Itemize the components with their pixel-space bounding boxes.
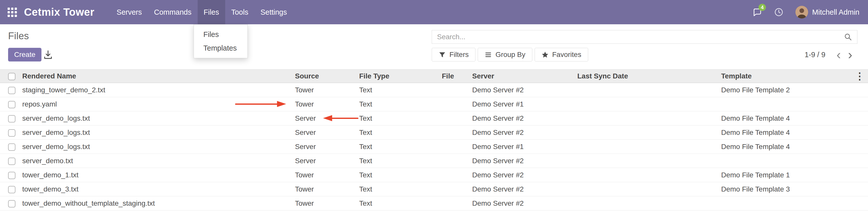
menu-servers[interactable]: Servers bbox=[111, 0, 148, 24]
table-row[interactable]: staging_tower_demo_2.txt Tower Text Demo… bbox=[0, 83, 868, 97]
pager-range: 1-9 / 9 bbox=[805, 51, 825, 59]
pager-next-icon[interactable]: › bbox=[844, 48, 856, 61]
column-options-icon[interactable]: ⋮ bbox=[855, 71, 864, 82]
row-checkbox[interactable] bbox=[8, 200, 16, 207]
cell-file-type: Text bbox=[359, 140, 442, 154]
cell-file-type: Text bbox=[359, 111, 442, 125]
search-icon[interactable] bbox=[844, 33, 852, 41]
row-checkbox[interactable] bbox=[8, 172, 16, 179]
cell-rendered-name: staging_tower_demo_2.txt bbox=[22, 83, 295, 97]
cell-server: Demo Server #1 bbox=[472, 140, 577, 154]
messages-icon[interactable]: 4 bbox=[752, 7, 762, 17]
menu-settings[interactable]: Settings bbox=[254, 0, 293, 24]
page-title: Files bbox=[8, 30, 29, 41]
row-checkbox[interactable] bbox=[8, 158, 16, 165]
files-dropdown-menu: Files Templates bbox=[194, 24, 248, 58]
table-row[interactable]: server_demo.txt Server Text Demo Server … bbox=[0, 154, 868, 168]
cell-rendered-name: server_demo.txt bbox=[22, 154, 295, 168]
cell-server: Demo Server #2 bbox=[472, 83, 577, 97]
menu-files[interactable]: Files Files Templates bbox=[198, 0, 225, 24]
systray: 4 Mitchell Admin bbox=[752, 6, 868, 19]
cell-server: Demo Server #2 bbox=[472, 154, 577, 168]
select-all-checkbox[interactable] bbox=[8, 73, 16, 80]
table-row[interactable]: tower_demo_without_template_staging.txt … bbox=[0, 196, 868, 210]
cell-file bbox=[442, 154, 472, 168]
cell-rendered-name: server_demo_logs.txt bbox=[22, 125, 295, 140]
annotation-arrow-right-shaft bbox=[235, 103, 278, 105]
row-checkbox[interactable] bbox=[8, 129, 16, 137]
annotation-arrow-right-head bbox=[277, 101, 286, 107]
files-list-page: Cetmix Tower Servers Commands Files File… bbox=[0, 0, 868, 211]
table-row[interactable]: server_demo_logs.txt Server Text Demo Se… bbox=[0, 125, 868, 140]
app-brand[interactable]: Cetmix Tower bbox=[24, 6, 94, 18]
table-header-row: Rendered Name Source File Type File Serv… bbox=[0, 69, 868, 83]
pager: 1-9 / 9 ‹ › bbox=[805, 48, 856, 61]
cell-source: Tower bbox=[295, 97, 359, 111]
cell-template: Demo File Template 2 bbox=[721, 83, 868, 97]
create-button[interactable]: Create bbox=[8, 48, 41, 61]
row-select-cell bbox=[0, 111, 22, 125]
cell-source: Server bbox=[295, 140, 359, 154]
cell-template: Demo File Template 1 bbox=[721, 168, 868, 182]
dropdown-item-files[interactable]: Files bbox=[194, 28, 247, 41]
cell-last-sync-date bbox=[577, 97, 721, 111]
row-select-cell bbox=[0, 83, 22, 97]
download-import-icon[interactable] bbox=[43, 50, 54, 60]
column-header-server[interactable]: Server bbox=[472, 69, 577, 83]
favorites-button[interactable]: Favorites bbox=[535, 48, 588, 61]
cell-last-sync-date bbox=[577, 125, 721, 140]
table-row[interactable]: tower_demo_3.txt Tower Text Demo Server … bbox=[0, 182, 868, 196]
search-input[interactable] bbox=[432, 30, 844, 43]
top-navbar: Cetmix Tower Servers Commands Files File… bbox=[0, 0, 868, 24]
filter-funnel-icon bbox=[439, 51, 446, 58]
activities-clock-icon[interactable] bbox=[774, 7, 784, 17]
cell-file bbox=[442, 97, 472, 111]
cell-file-type: Text bbox=[359, 125, 442, 140]
cell-last-sync-date bbox=[577, 182, 721, 196]
column-header-file-type[interactable]: File Type bbox=[359, 69, 442, 83]
row-checkbox[interactable] bbox=[8, 87, 16, 94]
cell-file-type: Text bbox=[359, 196, 442, 210]
row-checkbox[interactable] bbox=[8, 186, 16, 193]
cell-source: Server bbox=[295, 154, 359, 168]
group-by-button-label: Group By bbox=[495, 51, 525, 59]
row-checkbox[interactable] bbox=[8, 144, 16, 151]
cell-last-sync-date bbox=[577, 83, 721, 97]
row-checkbox[interactable] bbox=[8, 101, 16, 108]
search-options: Filters Group By Favorites bbox=[432, 48, 588, 61]
messages-count-badge: 4 bbox=[758, 4, 766, 11]
user-avatar bbox=[796, 6, 808, 19]
table-row[interactable]: repos.yaml Tower Text Demo Server #1 bbox=[0, 97, 868, 111]
column-header-rendered-name[interactable]: Rendered Name bbox=[22, 69, 295, 83]
cell-file-type: Text bbox=[359, 83, 442, 97]
row-checkbox[interactable] bbox=[8, 115, 16, 122]
cell-server: Demo Server #1 bbox=[472, 97, 577, 111]
cell-file bbox=[442, 125, 472, 140]
column-header-file[interactable]: File bbox=[442, 69, 472, 83]
user-menu[interactable]: Mitchell Admin bbox=[796, 6, 859, 19]
cell-last-sync-date bbox=[577, 196, 721, 210]
filters-button[interactable]: Filters bbox=[432, 48, 475, 61]
column-header-last-sync-date[interactable]: Last Sync Date bbox=[577, 69, 721, 83]
column-header-source[interactable]: Source bbox=[295, 69, 359, 83]
pager-previous-icon[interactable]: ‹ bbox=[833, 48, 844, 61]
cell-file bbox=[442, 140, 472, 154]
cell-source: Tower bbox=[295, 83, 359, 97]
column-header-template[interactable]: Template bbox=[721, 69, 868, 83]
row-select-cell bbox=[0, 97, 22, 111]
cell-rendered-name: server_demo_logs.txt bbox=[22, 111, 295, 125]
table-row[interactable]: tower_demo_1.txt Tower Text Demo Server … bbox=[0, 168, 868, 182]
table-body: staging_tower_demo_2.txt Tower Text Demo… bbox=[0, 83, 868, 210]
filters-button-label: Filters bbox=[450, 51, 469, 59]
favorites-button-label: Favorites bbox=[552, 51, 581, 59]
group-by-button[interactable]: Group By bbox=[478, 48, 532, 61]
cell-file bbox=[442, 182, 472, 196]
menu-tools[interactable]: Tools bbox=[225, 0, 254, 24]
menu-commands[interactable]: Commands bbox=[148, 0, 197, 24]
dropdown-item-templates[interactable]: Templates bbox=[194, 41, 247, 55]
table-row[interactable]: server_demo_logs.txt Server Text Demo Se… bbox=[0, 111, 868, 125]
row-select-cell bbox=[0, 140, 22, 154]
apps-grid-icon[interactable] bbox=[8, 8, 17, 17]
table-row[interactable]: server_demo_logs.txt Server Text Demo Se… bbox=[0, 140, 868, 154]
cell-file-type: Text bbox=[359, 154, 442, 168]
